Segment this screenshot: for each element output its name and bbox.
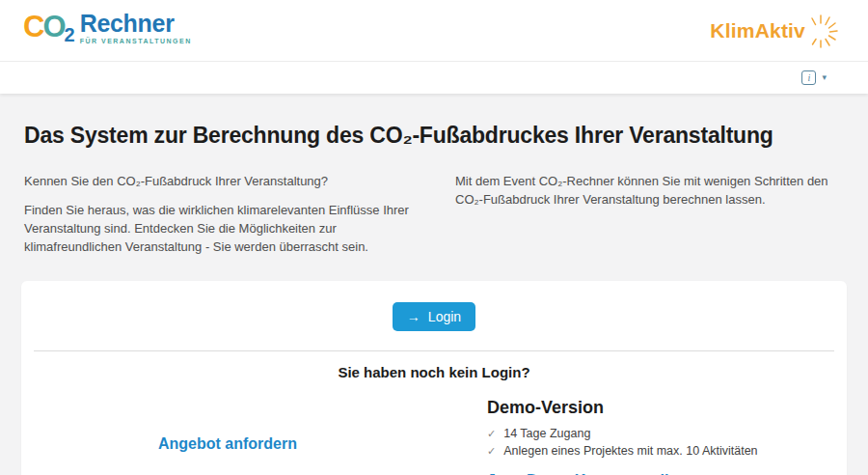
sunburst-icon: [802, 12, 839, 50]
login-button-label: Login: [428, 309, 461, 324]
no-login-heading: Sie haben noch kein Login?: [21, 364, 847, 380]
login-row: → Login: [21, 281, 847, 350]
list-item: ✓ Anlegen eines Projektes mit max. 10 Ak…: [487, 443, 827, 461]
intro-question: Kennen Sie den CO₂-Fußabdruck Ihrer Vera…: [24, 172, 417, 190]
info-toolbar: i ▾: [0, 62, 868, 94]
chevron-down-icon: ▾: [822, 73, 827, 82]
info-dropdown[interactable]: i ▾: [801, 70, 827, 85]
intro-columns: Kennen Sie den CO₂-Fußabdruck Ihrer Vera…: [24, 172, 844, 256]
intro-left-column: Kennen Sie den CO₂-Fußabdruck Ihrer Vera…: [24, 172, 417, 256]
check-icon: ✓: [487, 443, 496, 461]
app-header: CO2 Rechner FÜR VERANSTALTUNGEN KlimAkti…: [0, 0, 868, 62]
list-item: ✓ 14 Tage Zugang: [487, 426, 827, 443]
intro-description: Finden Sie heraus, was die wirklichen kl…: [24, 201, 417, 256]
login-button[interactable]: → Login: [393, 302, 475, 331]
logo-subscript-2: 2: [65, 24, 75, 45]
login-card: → Login Sie haben noch kein Login? Angeb…: [21, 281, 847, 475]
intro-benefit: Mit dem Event CO₂-Rechner können Sie mit…: [455, 172, 844, 209]
main-content: Das System zur Berechnung des CO₂-Fußabd…: [0, 123, 868, 475]
options-columns: Angebot anfordern Demo-Version ✓ 14 Tage…: [21, 398, 847, 475]
klimaktiv-logo[interactable]: KlimAktiv: [710, 12, 839, 50]
logo-letter-c: C: [23, 10, 42, 43]
page-title: Das System zur Berechnung des CO₂-Fußabd…: [24, 123, 844, 149]
divider-top: [34, 350, 834, 351]
co2-logo-mark: CO2: [23, 8, 75, 54]
co2-rechner-logo[interactable]: CO2 Rechner FÜR VERANSTALTUNGEN: [23, 8, 192, 54]
logo-letter-o: O: [42, 10, 64, 43]
logo-name: Rechner: [80, 12, 192, 36]
demo-version-title: Demo-Version: [487, 398, 827, 418]
info-icon: i: [801, 70, 816, 85]
offer-column: Angebot anfordern: [21, 398, 434, 475]
intro-right-column: Mit dem Event CO₂-Rechner können Sie mit…: [451, 172, 844, 256]
klimaktiv-logo-text: KlimAktiv: [710, 19, 805, 42]
logo-subtitle: FÜR VERANSTALTUNGEN: [80, 38, 192, 44]
request-offer-link[interactable]: Angebot anfordern: [158, 435, 297, 453]
check-icon: ✓: [487, 426, 496, 443]
demo-feature-label: Anlegen eines Projektes mit max. 10 Akti…: [503, 443, 757, 461]
demo-feature-label: 14 Tage Zugang: [503, 426, 590, 443]
demo-feature-list: ✓ 14 Tage Zugang ✓ Anlegen eines Projekt…: [487, 426, 827, 460]
demo-column: Demo-Version ✓ 14 Tage Zugang ✓ Anlegen …: [434, 398, 847, 475]
arrow-right-icon: →: [407, 309, 420, 324]
logo-text: Rechner FÜR VERANSTALTUNGEN: [80, 8, 192, 44]
